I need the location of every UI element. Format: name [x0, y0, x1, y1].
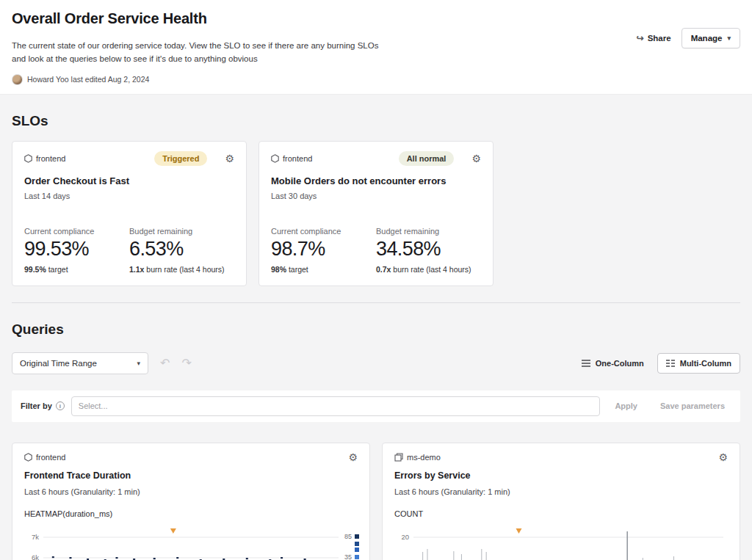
filter-by-text: Filter by — [21, 401, 52, 410]
svg-text:6k: 6k — [32, 553, 39, 560]
multi-column-button[interactable]: Multi-Column — [657, 353, 740, 374]
dataset-name: ms-demo — [407, 453, 441, 462]
dashboard-header: Overall Order Service Health ↪ Share Man… — [0, 0, 752, 94]
chevron-down-icon: ▾ — [137, 360, 140, 367]
gear-icon[interactable]: ⚙ — [348, 452, 358, 462]
query-period: Last 6 hours (Granularity: 1 min) — [24, 487, 358, 496]
gear-icon[interactable]: ⚙ — [225, 153, 234, 164]
apply-button[interactable]: Apply — [607, 397, 646, 415]
gear-icon[interactable]: ⚙ — [718, 452, 728, 462]
manage-button[interactable]: Manage ▾ — [682, 28, 740, 48]
svg-text:20: 20 — [401, 533, 409, 541]
chevron-down-icon: ▾ — [727, 34, 731, 42]
column-layout-switch: One-Column Multi-Column — [573, 353, 740, 374]
stat-label: Current compliance — [271, 227, 376, 236]
dataset-name: frontend — [36, 154, 65, 163]
dataset-name: frontend — [36, 453, 65, 462]
legend-swatch — [355, 548, 359, 552]
count-chart-canvas: 2015 — [394, 527, 723, 560]
budget-stat: Budget remaining 34.58% 0.7x burn rate (… — [376, 227, 481, 274]
query-card-row: frontend ⚙ Frontend Trace Duration Last … — [12, 443, 740, 560]
legend-swatch — [355, 534, 359, 539]
compliance-stat: Current compliance 99.53% 99.5% target — [24, 227, 129, 274]
legend-swatch — [355, 542, 359, 546]
share-button[interactable]: ↪ Share — [637, 33, 671, 43]
svg-text:7k: 7k — [32, 533, 39, 541]
one-column-button[interactable]: One-Column — [573, 353, 653, 374]
slo-card-row: frontend Triggered ⚙ Order Checkout is F… — [12, 141, 740, 302]
status-badge: All normal — [399, 151, 455, 166]
stat-label: Budget remaining — [376, 227, 481, 236]
manage-label: Manage — [691, 34, 723, 43]
query-card-frontend-trace-duration: frontend ⚙ Frontend Trace Duration Last … — [12, 443, 370, 560]
slo-card-order-checkout: frontend Triggered ⚙ Order Checkout is F… — [12, 141, 247, 286]
dataset-tag[interactable]: frontend — [24, 453, 65, 462]
slo-period: Last 30 days — [271, 192, 481, 200]
hexagon-dataset-icon — [24, 154, 32, 163]
stat-label: Current compliance — [24, 227, 129, 236]
query-title[interactable]: Frontend Trace Duration — [24, 470, 358, 481]
dashboard-body: SLOs frontend Triggered ⚙ Order Checkout… — [0, 94, 752, 560]
query-card-errors-by-service: ms-demo ⚙ Errors by Service Last 6 hours… — [382, 443, 740, 560]
one-column-label: One-Column — [596, 359, 644, 368]
status-badge: Triggered — [154, 151, 207, 166]
multi-column-icon — [666, 360, 675, 367]
avatar — [12, 74, 23, 85]
budget-stat: Budget remaining 6.53% 1.1x burn rate (l… — [129, 227, 234, 274]
page-title: Overall Order Service Health — [12, 10, 740, 27]
stat-label: Budget remaining — [129, 227, 234, 236]
legend-value: 35 — [343, 553, 352, 560]
filter-bar: Filter by i Apply Save parameters — [12, 390, 740, 422]
burn-rate-footnote: 0.7x burn rate (last 4 hours) — [376, 265, 481, 274]
queries-toolbar: Original Time Range ▾ ↶ ↷ One-Column Mul… — [12, 349, 740, 390]
one-column-icon — [582, 360, 590, 367]
compliance-stat: Current compliance 98.7% 98% target — [271, 227, 376, 274]
byline-text: Howard Yoo last edited Aug 2, 2024 — [27, 75, 149, 84]
header-actions: ↪ Share Manage ▾ — [637, 28, 740, 48]
hexagon-dataset-icon — [24, 453, 32, 462]
page-description: The current state of our ordering servic… — [12, 39, 383, 66]
burn-rate-footnote: 1.1x burn rate (last 4 hours) — [129, 265, 234, 274]
slos-section-title: SLOs — [12, 95, 740, 141]
query-title[interactable]: Errors by Service — [394, 470, 728, 481]
heatmap-chart[interactable]: 7k6k5k 85 35 1 — [24, 527, 358, 560]
queries-section-title: Queries — [12, 303, 740, 349]
time-range-select[interactable]: Original Time Range ▾ — [12, 352, 148, 374]
query-metric: COUNT — [394, 509, 728, 518]
target-footnote: 98% target — [271, 265, 376, 274]
dataset-name: frontend — [283, 154, 312, 163]
heatmap-legend: 85 35 1 — [343, 533, 359, 560]
info-icon: i — [56, 401, 65, 410]
query-period: Last 6 hours (Granularity: 1 min) — [394, 487, 728, 496]
slo-period: Last 14 days — [24, 192, 234, 200]
byline: Howard Yoo last edited Aug 2, 2024 — [12, 74, 740, 85]
compliance-value: 99.53% — [24, 238, 129, 261]
legend-swatch — [355, 555, 359, 559]
share-icon: ↪ — [637, 33, 644, 43]
multi-column-label: Multi-Column — [680, 359, 731, 368]
dataset-tag[interactable]: frontend — [24, 154, 65, 163]
budget-value: 6.53% — [129, 238, 234, 261]
slo-card-mobile-orders: frontend All normal ⚙ Mobile Orders do n… — [258, 141, 494, 286]
target-footnote: 99.5% target — [24, 265, 129, 274]
heatmap-chart-canvas: 7k6k5k — [24, 527, 339, 560]
share-label: Share — [648, 34, 671, 43]
legend-value: 85 — [343, 533, 352, 540]
gear-icon[interactable]: ⚙ — [471, 153, 481, 164]
filter-select-input[interactable] — [71, 396, 601, 416]
compliance-value: 98.7% — [271, 238, 376, 261]
history-forward-icon[interactable]: ↷ — [181, 357, 191, 369]
save-parameters-button[interactable]: Save parameters — [652, 397, 733, 415]
dataset-tag[interactable]: ms-demo — [394, 453, 441, 462]
time-range-value: Original Time Range — [20, 359, 97, 368]
filter-by-label: Filter by i — [19, 401, 65, 410]
slo-title[interactable]: Mobile Orders do not encounter errors — [271, 175, 481, 186]
query-metric: HEATMAP(duration_ms) — [24, 509, 358, 518]
dataset-tag[interactable]: frontend — [271, 154, 312, 163]
history-back-icon[interactable]: ↶ — [160, 357, 170, 369]
slo-title[interactable]: Order Checkout is Fast — [24, 175, 234, 186]
hexagon-dataset-icon — [271, 154, 279, 163]
count-chart[interactable]: 2015 — [394, 527, 728, 560]
environment-icon — [394, 453, 403, 462]
budget-value: 34.58% — [376, 238, 481, 261]
